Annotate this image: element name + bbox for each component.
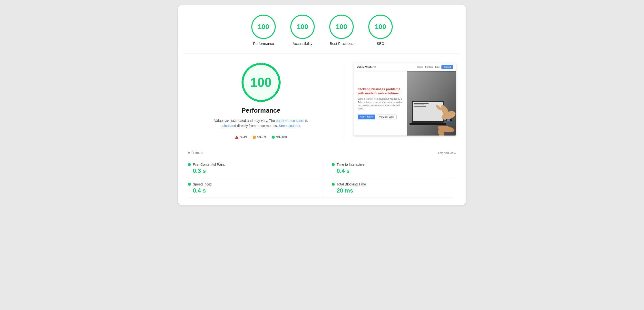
metric-name-row-tbt: Total Blocking Time [332, 182, 456, 186]
metric-name-row-si: Speed Index [188, 182, 312, 186]
preview-nav-portfolio: Portfolio [425, 66, 433, 68]
metric-value-tti: 0.4 s [332, 168, 456, 174]
metric-name-si: Speed Index [193, 182, 212, 186]
preview-header: Valiev Ventures Home Portfolio Blog Cont… [354, 63, 456, 71]
desc-text-1: Values are estimated and may vary. The [214, 119, 276, 122]
score-item-best-practices[interactable]: 100 Best Practices [329, 14, 354, 46]
metrics-header: METRICS Expand view [188, 151, 456, 155]
preview-buttons: Get In Touch View Our Work [358, 114, 403, 120]
metric-dot-tbt [332, 183, 335, 186]
metric-name-fcp: First Contentful Paint [193, 162, 225, 166]
score-label-accessibility: Accessibility [292, 42, 312, 46]
scores-section: 100 Performance 100 Accessibility 100 Be… [178, 5, 466, 53]
desc-text-2: directly from these metrics. [236, 124, 279, 128]
vertical-divider [344, 63, 344, 139]
preview-heading-text: Tackling [358, 87, 371, 91]
pass-circle-icon [272, 136, 275, 139]
svg-rect-11 [446, 120, 450, 121]
website-preview: Valiev Ventures Home Portfolio Blog Cont… [354, 63, 456, 136]
score-value-best-practices: 100 [336, 23, 347, 31]
calculator-link[interactable]: See calculator. [279, 124, 301, 128]
preview-nav-cta: Contact [442, 65, 453, 69]
svg-rect-6 [410, 123, 446, 125]
legend-item-pass: 90–100 [272, 135, 287, 139]
metric-item-si: Speed Index 0.4 s [188, 178, 322, 198]
svg-rect-4 [414, 104, 424, 105]
preview-btn-primary: Get In Touch [358, 114, 375, 120]
left-panel: 100 Performance Values are estimated and… [188, 63, 334, 139]
legend-range-fail: 0–49 [240, 135, 247, 139]
score-label-performance: Performance [253, 42, 274, 46]
preview-heading-highlight: business problems [371, 87, 400, 91]
main-card: 100 Performance 100 Accessibility 100 Be… [178, 5, 466, 206]
preview-nav-blog: Blog [435, 66, 440, 68]
metric-dot-tti [332, 163, 335, 166]
score-item-accessibility[interactable]: 100 Accessibility [290, 14, 315, 46]
score-circle-best-practices: 100 [329, 14, 354, 39]
metric-dot-si [188, 183, 191, 186]
performance-main-title: Performance [242, 107, 280, 114]
preview-btn-secondary: View Our Work [376, 114, 396, 120]
metric-item-tti: Time to Interactive 0.4 s [322, 159, 456, 178]
metrics-section: METRICS Expand view First Contentful Pai… [178, 146, 466, 206]
expand-view-button[interactable]: Expand view [438, 151, 456, 155]
preview-logo: Valiev Ventures [357, 66, 376, 68]
preview-nav: Home Portfolio Blog Contact [417, 65, 453, 69]
preview-body-text: We're a team of web developers headed by… [358, 98, 403, 111]
score-circle-accessibility: 100 [290, 14, 315, 39]
score-value-accessibility: 100 [297, 23, 308, 31]
preview-nav-home: Home [417, 66, 423, 68]
score-item-performance[interactable]: 100 Performance [251, 14, 276, 46]
preview-image [407, 71, 456, 136]
legend: 0–49 50–89 90–100 [235, 135, 287, 139]
metrics-grid: First Contentful Paint 0.3 s Time to Int… [188, 159, 456, 198]
big-score-value: 100 [250, 75, 272, 90]
score-circle-seo: 100 [368, 14, 393, 39]
metric-item-tbt: Total Blocking Time 20 ms [322, 178, 456, 198]
metrics-title: METRICS [188, 151, 203, 155]
legend-item-fail: 0–49 [235, 135, 247, 139]
average-square-icon [253, 136, 256, 139]
metric-name-tti: Time to Interactive [337, 162, 365, 166]
metric-value-fcp: 0.3 s [188, 168, 312, 174]
performance-description: Values are estimated and may vary. The p… [210, 118, 312, 128]
metric-name-row-fcp: First Contentful Paint [188, 162, 312, 166]
preview-text-area: Tackling business problems with modern w… [354, 71, 407, 136]
svg-rect-5 [414, 106, 426, 107]
preview-heading: Tackling business problems with modern w… [358, 87, 403, 96]
legend-range-average: 50–89 [257, 135, 266, 139]
preview-heading-rest: with modern web solutions [358, 92, 399, 95]
score-value-seo: 100 [375, 23, 386, 31]
right-panel: Valiev Ventures Home Portfolio Blog Cont… [354, 63, 456, 136]
metric-name-tbt: Total Blocking Time [337, 182, 366, 186]
score-value-performance: 100 [258, 23, 269, 31]
score-label-best-practices: Best Practices [330, 42, 353, 46]
score-circle-performance: 100 [251, 14, 276, 39]
metric-value-tbt: 20 ms [332, 187, 456, 194]
legend-item-average: 50–89 [253, 135, 266, 139]
legend-range-pass: 90–100 [276, 135, 287, 139]
laptop-svg [407, 71, 456, 136]
preview-body: Tackling business problems with modern w… [354, 71, 456, 136]
big-score-circle: 100 [242, 63, 280, 102]
content-section: 100 Performance Values are estimated and… [178, 53, 466, 146]
fail-triangle-icon [235, 136, 238, 139]
score-label-seo: SEO [376, 42, 384, 46]
svg-rect-3 [414, 103, 428, 104]
score-item-seo[interactable]: 100 SEO [368, 14, 393, 46]
metric-dot-fcp [188, 163, 191, 166]
metric-value-si: 0.4 s [188, 187, 312, 194]
metric-item-fcp: First Contentful Paint 0.3 s [188, 159, 322, 178]
metric-name-row-tti: Time to Interactive [332, 162, 456, 166]
